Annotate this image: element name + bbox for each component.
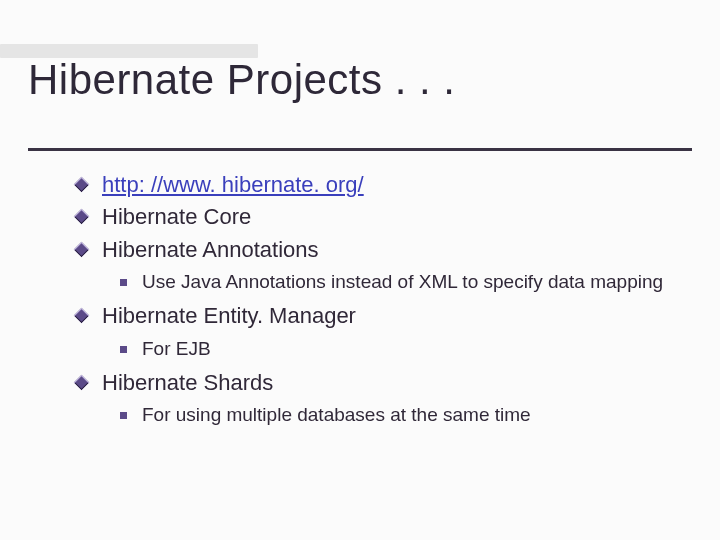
hibernate-link[interactable]: http: //www. hibernate. org/: [102, 172, 364, 197]
bullet-shards: Hibernate Shards: [84, 368, 680, 398]
diamond-icon: [74, 177, 90, 193]
title-rule: [28, 148, 692, 151]
square-icon: [120, 412, 127, 419]
bullet-text: Hibernate Entity. Manager: [102, 303, 356, 328]
square-icon: [120, 279, 127, 286]
bullet-text: Hibernate Shards: [102, 370, 273, 395]
subbullet-text: For using multiple databases at the same…: [142, 404, 531, 425]
subbullet-text: Use Java Annotations instead of XML to s…: [142, 271, 663, 292]
bullet-core: Hibernate Core: [84, 202, 680, 232]
bullet-text: Hibernate Core: [102, 204, 251, 229]
subbullet-annotations: Use Java Annotations instead of XML to s…: [118, 269, 680, 295]
bullet-annotations: Hibernate Annotations: [84, 235, 680, 265]
diamond-icon: [74, 209, 90, 225]
slide-title: Hibernate Projects . . .: [28, 56, 456, 104]
subbullet-entitymanager: For EJB: [118, 336, 680, 362]
subbullet-text: For EJB: [142, 338, 211, 359]
diamond-icon: [74, 241, 90, 257]
bullet-text: Hibernate Annotations: [102, 237, 319, 262]
bullet-entitymanager: Hibernate Entity. Manager: [84, 301, 680, 331]
square-icon: [120, 346, 127, 353]
bullet-link: http: //www. hibernate. org/: [84, 170, 680, 200]
diamond-icon: [74, 308, 90, 324]
slide-body: http: //www. hibernate. org/ Hibernate C…: [84, 170, 680, 434]
subbullet-shards: For using multiple databases at the same…: [118, 402, 680, 428]
diamond-icon: [74, 375, 90, 391]
slide: Hibernate Projects . . . http: //www. hi…: [0, 0, 720, 540]
